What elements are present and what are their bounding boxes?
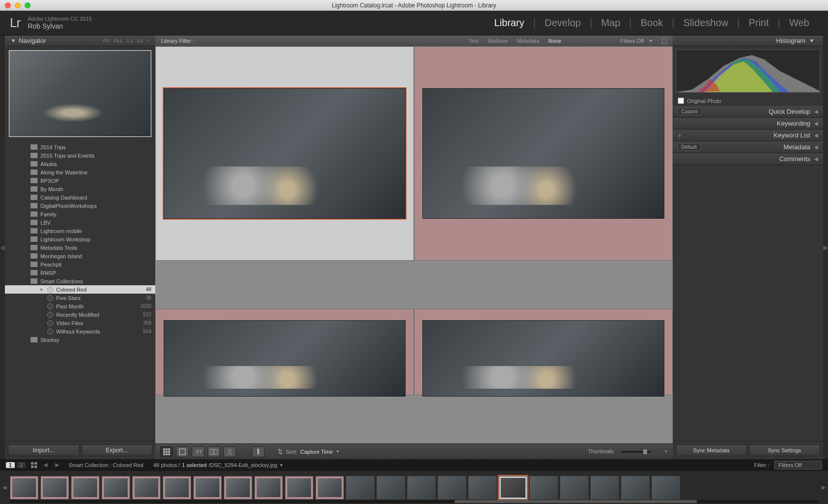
- disclosure-triangle-icon[interactable]: ▶: [33, 220, 35, 225]
- filter-none[interactable]: None: [548, 38, 561, 44]
- disclosure-triangle-icon[interactable]: ▶: [33, 212, 35, 216]
- secondary-display-button[interactable]: 2: [17, 462, 26, 468]
- keywording-header[interactable]: Keywording ◀: [673, 118, 823, 130]
- collection-set-peachpit[interactable]: ▶Peachpit: [5, 260, 155, 269]
- disclosure-triangle-icon[interactable]: ▶: [33, 153, 35, 158]
- collection-set-smart-collections[interactable]: ▼Smart Collections: [5, 277, 155, 285]
- grid-cell[interactable]: [155, 46, 414, 261]
- filmstrip-thumbnail[interactable]: [529, 476, 558, 500]
- filmstrip-thumbnail[interactable]: [315, 476, 344, 500]
- disclosure-triangle-icon[interactable]: ▶: [40, 287, 43, 292]
- filter-metadata[interactable]: Metadata: [517, 38, 539, 44]
- loupe-view-button[interactable]: [176, 446, 189, 457]
- filmstrip-thumbnail[interactable]: [224, 476, 252, 500]
- module-book[interactable]: Book: [632, 17, 672, 29]
- disclosure-triangle-icon[interactable]: ▶: [33, 178, 35, 183]
- nav-fit[interactable]: FIT: [104, 38, 110, 43]
- filters-off-dropdown[interactable]: Filters Off: [621, 38, 644, 44]
- collection-set-2014-trips[interactable]: ▶2014 Trips: [5, 143, 155, 151]
- sync-metadata-button[interactable]: Sync Metadata: [676, 444, 747, 456]
- disclosure-triangle-icon[interactable]: ▶: [33, 229, 35, 233]
- disclosure-triangle-icon[interactable]: ▶: [33, 270, 35, 275]
- export-button[interactable]: Export...: [81, 444, 153, 456]
- navigator-preview[interactable]: [5, 46, 155, 141]
- smart-collection-past-month[interactable]: Past Month2030: [5, 302, 155, 310]
- filmstrip-thumbnail[interactable]: [346, 476, 375, 500]
- filmstrip-thumbnail[interactable]: [377, 476, 405, 500]
- source-path[interactable]: Smart Collection : Colored Red: [69, 462, 143, 468]
- filmstrip-scroll-left[interactable]: ◀: [1, 476, 8, 500]
- filmstrip[interactable]: ◀ ▶: [0, 471, 828, 504]
- collection-set-metadata-tools[interactable]: ▶Metadata Tools: [5, 243, 155, 252]
- filmstrip-thumbnail[interactable]: [40, 476, 69, 500]
- filmstrip-thumbnail[interactable]: [132, 476, 161, 500]
- metadata-preset-dropdown[interactable]: Default: [678, 143, 700, 151]
- grid-cell[interactable]: [414, 309, 673, 395]
- filmstrip-thumbnail[interactable]: [163, 476, 191, 500]
- thumbnail-size-slider[interactable]: [621, 451, 651, 453]
- metadata-header[interactable]: Default Metadata ◀: [673, 141, 823, 153]
- photo-thumbnail[interactable]: [422, 88, 665, 218]
- collection-set-catalog-dashboard[interactable]: ▶Catalog Dashboard: [5, 193, 155, 202]
- sort-dropdown[interactable]: Capture Time: [300, 449, 333, 455]
- nav-zoom-menu[interactable]: ÷: [147, 38, 149, 43]
- grid-view[interactable]: [155, 46, 673, 443]
- quick-develop-header[interactable]: Custom Quick Develop ◀: [673, 106, 823, 118]
- module-develop[interactable]: Develop: [536, 17, 589, 29]
- nav-3to1[interactable]: 3:1: [137, 38, 143, 43]
- smart-collection-video-files[interactable]: Video Files368: [5, 319, 155, 327]
- keyword-list-header[interactable]: + Keyword List ◀: [673, 130, 823, 141]
- disclosure-triangle-icon[interactable]: ▶: [33, 187, 35, 191]
- filmstrip-thumbnail[interactable]: [621, 476, 650, 500]
- disclosure-triangle-icon[interactable]: ▶: [33, 145, 35, 149]
- filter-attribute[interactable]: Attribute: [487, 38, 508, 44]
- import-button[interactable]: Import...: [8, 444, 79, 456]
- filmstrip-thumbnail[interactable]: [102, 476, 130, 500]
- filmstrip-thumbnail[interactable]: [438, 476, 466, 500]
- module-map[interactable]: Map: [592, 17, 629, 29]
- navigator-header[interactable]: ▼ Navigator FIT FILL 1:1 3:1 ÷: [5, 35, 155, 46]
- module-print[interactable]: Print: [740, 17, 778, 29]
- minimize-window-button[interactable]: [15, 2, 21, 8]
- filmstrip-thumbnail[interactable]: [254, 476, 283, 500]
- disclosure-triangle-icon[interactable]: ▶: [33, 195, 35, 200]
- collection-set-lbv[interactable]: ▶LBV: [5, 218, 155, 227]
- close-window-button[interactable]: [5, 2, 11, 8]
- collection-set-digitalphotoworkshops[interactable]: ▶DigitalPhotoWorkshops: [5, 202, 155, 210]
- histogram-header[interactable]: Histogram ▼: [673, 35, 823, 46]
- chevron-down-icon[interactable]: ▼: [279, 463, 283, 468]
- filmstrip-thumbnail[interactable]: [590, 476, 619, 500]
- filter-text[interactable]: Text: [469, 38, 479, 44]
- collection-set-by-month[interactable]: ▶By Month: [5, 185, 155, 193]
- painter-tool-button[interactable]: [252, 446, 265, 457]
- filmstrip-thumbnail[interactable]: [652, 476, 680, 500]
- back-arrow[interactable]: ◀: [43, 462, 47, 469]
- treatment-dropdown[interactable]: Custom: [678, 108, 701, 115]
- filter-dropdown[interactable]: Filters Off: [774, 461, 822, 470]
- compare-view-button[interactable]: XY: [192, 446, 205, 457]
- collection-set-alaska[interactable]: ▶Alaska: [5, 160, 155, 168]
- left-panel-collapse[interactable]: ◀: [0, 35, 5, 459]
- collection-set-family[interactable]: ▶Family: [5, 210, 155, 218]
- smart-collection-without-keywords[interactable]: Without Keywords504: [5, 327, 155, 336]
- module-web[interactable]: Web: [780, 17, 818, 29]
- grid-view-button[interactable]: [160, 446, 173, 457]
- filmstrip-thumbnail[interactable]: [285, 476, 313, 500]
- primary-display-button[interactable]: 1: [6, 462, 15, 468]
- disclosure-triangle-icon[interactable]: ▶: [33, 170, 35, 174]
- grid-cell[interactable]: [414, 46, 673, 261]
- disclosure-triangle-icon[interactable]: ▶: [33, 254, 35, 258]
- collection-set-stocksy[interactable]: ▶Stocksy: [5, 336, 155, 344]
- original-photo-checkbox[interactable]: [678, 98, 684, 104]
- right-panel-collapse[interactable]: ▶: [823, 35, 828, 459]
- disclosure-triangle-icon[interactable]: ▼: [33, 279, 36, 283]
- collection-set-bpsop[interactable]: ▶BPSOP: [5, 176, 155, 185]
- disclosure-triangle-icon[interactable]: ▶: [33, 245, 35, 250]
- collection-set-along-the-waterline[interactable]: ▶Along the Waterline: [5, 168, 155, 176]
- filmstrip-thumbnail[interactable]: [193, 476, 222, 500]
- lock-icon[interactable]: [662, 38, 667, 44]
- filmstrip-thumbnail[interactable]: [560, 476, 588, 500]
- zoom-window-button[interactable]: [25, 2, 31, 8]
- smart-collection-five-stars[interactable]: Five Stars36: [5, 294, 155, 302]
- comments-header[interactable]: Comments ◀: [673, 153, 823, 165]
